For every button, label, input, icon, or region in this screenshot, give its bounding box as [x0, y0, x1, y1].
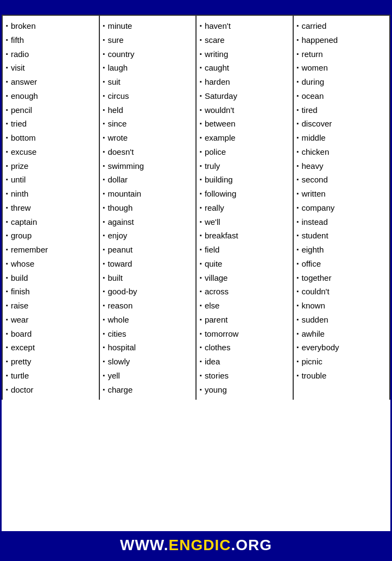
word-item: ▪toward [102, 257, 194, 271]
bullet-icon: ▪ [103, 162, 105, 171]
bullet-icon: ▪ [200, 316, 202, 324]
bullet-icon: ▪ [297, 330, 299, 338]
bullet-icon: ▪ [6, 92, 8, 100]
word-text: following [205, 188, 236, 200]
bullet-icon: ▪ [103, 343, 105, 352]
bullet-icon: ▪ [200, 134, 202, 142]
bullet-icon: ▪ [103, 218, 105, 226]
bullet-icon: ▪ [6, 330, 8, 338]
word-text: until [11, 174, 26, 186]
word-text: everybody [301, 342, 339, 354]
bullet-icon: ▪ [103, 92, 105, 100]
word-text: radio [11, 48, 29, 60]
word-text: charge [108, 384, 132, 396]
word-item: ▪group [5, 229, 97, 243]
word-item: ▪across [199, 285, 290, 299]
word-item: ▪during [296, 75, 388, 89]
word-text: office [301, 258, 321, 270]
word-item: ▪we'll [199, 215, 290, 229]
bullet-icon: ▪ [200, 64, 202, 72]
word-item: ▪office [296, 257, 388, 271]
word-text: picnic [301, 356, 322, 368]
bullet-icon: ▪ [103, 106, 105, 115]
word-item: ▪ninth [5, 187, 97, 201]
bullet-icon: ▪ [103, 371, 105, 380]
word-text: captain [11, 216, 37, 228]
word-text: return [301, 48, 323, 60]
word-text: idea [205, 356, 220, 368]
word-text: held [108, 104, 123, 116]
bullet-icon: ▪ [6, 106, 8, 115]
bullet-icon: ▪ [297, 78, 299, 86]
word-text: remember [11, 244, 48, 256]
word-item: ▪since [102, 117, 194, 131]
bullet-icon: ▪ [297, 231, 299, 240]
column-4: ▪carried▪happened▪return▪women▪during▪oc… [294, 16, 391, 400]
word-item: ▪harden [199, 75, 290, 89]
bullet-icon: ▪ [200, 386, 202, 394]
bullet-icon: ▪ [6, 301, 8, 310]
bullet-icon: ▪ [297, 343, 299, 352]
bullet-icon: ▪ [103, 134, 105, 142]
word-text: minute [108, 20, 132, 32]
bullet-icon: ▪ [6, 371, 8, 380]
word-table: ▪broken▪fifth▪radio▪visit▪answer▪enough▪… [2, 15, 390, 400]
word-text: quite [205, 258, 223, 270]
word-text: doctor [11, 384, 34, 396]
bullet-icon: ▪ [297, 22, 299, 30]
bullet-icon: ▪ [200, 260, 202, 268]
bullet-icon: ▪ [103, 274, 105, 282]
word-text: board [11, 328, 31, 340]
word-item: ▪except [5, 341, 97, 355]
bullet-icon: ▪ [103, 330, 105, 338]
word-item: ▪prize [5, 159, 97, 173]
bullet-icon: ▪ [297, 92, 299, 100]
bullet-icon: ▪ [6, 190, 8, 198]
word-text: tomorrow [205, 328, 239, 340]
word-item: ▪everybody [296, 341, 388, 355]
bullet-icon: ▪ [297, 301, 299, 310]
bullet-icon: ▪ [200, 162, 202, 171]
word-text: awhile [301, 328, 325, 340]
word-item: ▪country [102, 47, 194, 61]
main-container: ▪broken▪fifth▪radio▪visit▪answer▪enough▪… [0, 0, 392, 561]
bullet-icon: ▪ [103, 231, 105, 240]
word-item: ▪writing [199, 47, 290, 61]
bullet-icon: ▪ [297, 357, 299, 366]
bullet-icon: ▪ [200, 274, 202, 282]
word-item: ▪minute [102, 19, 194, 33]
word-text: bottom [11, 132, 36, 144]
word-text: really [205, 202, 224, 214]
bullet-icon: ▪ [6, 245, 8, 254]
word-text: middle [301, 132, 325, 144]
word-text: group [11, 230, 31, 242]
word-text: caught [205, 62, 229, 74]
word-item: ▪slowly [102, 355, 194, 369]
word-item: ▪haven't [199, 19, 290, 33]
word-item: ▪police [199, 145, 290, 159]
word-item: ▪remember [5, 243, 97, 257]
bullet-icon: ▪ [200, 119, 202, 128]
bullet-icon: ▪ [6, 36, 8, 45]
word-item: ▪tired [296, 103, 388, 117]
word-text: wrote [108, 132, 128, 144]
bullet-icon: ▪ [6, 343, 8, 352]
word-text: peanut [108, 244, 132, 256]
bullet-icon: ▪ [103, 287, 105, 296]
word-text: harden [205, 76, 230, 88]
word-item: ▪doctor [5, 383, 97, 397]
word-item: ▪dollar [102, 173, 194, 187]
bullet-icon: ▪ [6, 148, 8, 156]
word-item: ▪peanut [102, 243, 194, 257]
word-item: ▪excuse [5, 145, 97, 159]
word-text: stories [205, 370, 229, 382]
word-text: happened [301, 34, 338, 46]
word-text: good-by [108, 286, 137, 298]
word-text: truly [205, 160, 220, 172]
word-text: threw [11, 202, 31, 214]
bullet-icon: ▪ [200, 371, 202, 380]
word-item: ▪sure [102, 33, 194, 47]
word-text: excuse [11, 146, 37, 158]
word-text: writing [205, 48, 228, 60]
word-text: suit [108, 76, 120, 88]
